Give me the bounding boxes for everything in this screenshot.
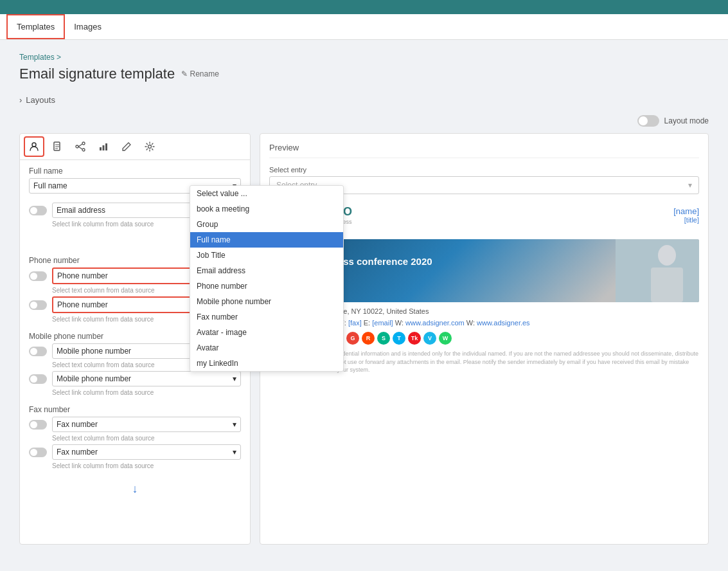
dropdown-item-full-name[interactable]: Full name (190, 232, 343, 248)
dropdown-item-email[interactable]: Email address (190, 263, 343, 278)
svg-point-13 (148, 145, 152, 149)
dropdown-item-linkedin[interactable]: my LinkedIn (190, 356, 343, 371)
banner-image (616, 239, 699, 302)
breadcrumb[interactable]: Templates > (19, 53, 709, 62)
website-link2[interactable]: www.adsigner.es (477, 319, 530, 327)
mobile-toggle2[interactable] (29, 374, 47, 384)
full-name-label: Full name (29, 167, 241, 176)
fax-section: Fax number Fax number ▾ Select text colu… (29, 405, 241, 469)
svg-point-7 (76, 145, 78, 148)
social-reddit-icon[interactable]: R (362, 332, 375, 345)
svg-rect-11 (103, 145, 105, 150)
select-entry-chevron: ▾ (688, 181, 692, 190)
svg-line-9 (78, 147, 82, 149)
dropdown-item-avatar-image[interactable]: Avatar - image (190, 325, 343, 340)
dropdown-item-phone[interactable]: Phone number (190, 278, 343, 294)
social-tiktok-icon[interactable]: Tk (408, 332, 421, 345)
name-placeholder: [name] (673, 206, 699, 216)
rename-link[interactable]: ✎ Rename (181, 69, 219, 78)
phone-toggle1[interactable] (29, 271, 47, 281)
social-google-icon[interactable]: G (346, 332, 359, 345)
dropdown-item-group[interactable]: Group (190, 217, 343, 232)
toolbar-file-btn[interactable] (47, 136, 67, 157)
main-content: Templates > Email signature template ✎ R… (0, 40, 728, 557)
svg-point-18 (658, 245, 676, 266)
dropdown-overlay: Select value ... book a meeting Group Fu… (190, 185, 344, 372)
email-toggle[interactable] (29, 206, 47, 215)
columns: Full name Full name ▾ Email address (19, 133, 709, 545)
fax-link: [fax] (348, 319, 362, 327)
fax-toggle2[interactable] (29, 448, 47, 457)
toolbar-share-btn[interactable] (70, 136, 91, 157)
toolbar (20, 134, 250, 160)
svg-point-0 (32, 143, 36, 147)
fax-toggle1[interactable] (29, 420, 47, 430)
fax-hint1: Select text column from data source (29, 435, 241, 442)
layouts-label: Layouts (26, 95, 55, 105)
dropdown-item-select-value[interactable]: Select value ... (190, 186, 343, 201)
tab-templates[interactable]: Templates (6, 14, 65, 39)
layout-mode-row: Layout mode (19, 115, 709, 127)
svg-point-6 (82, 149, 85, 151)
toolbar-gear-btn[interactable] (139, 136, 160, 157)
mobile-select2[interactable]: Mobile phone number ▾ (52, 371, 241, 386)
website-link1[interactable]: www.adsigner.com (405, 319, 465, 327)
fax-select1[interactable]: Fax number ▾ (52, 417, 241, 432)
title-placeholder: [title] (673, 216, 699, 224)
toolbar-pen-btn[interactable] (116, 136, 137, 157)
mobile-row2: Mobile phone number ▾ (29, 371, 241, 386)
tab-bar: Templates Images (0, 14, 728, 40)
fax-row2: Fax number ▾ (29, 444, 241, 460)
fax-label: Fax number (29, 405, 241, 414)
dropdown-item-mobile[interactable]: Mobile phone number (190, 294, 343, 309)
svg-rect-10 (100, 147, 102, 150)
social-telegram-icon[interactable]: T (393, 332, 405, 345)
svg-point-5 (82, 142, 85, 145)
svg-rect-12 (105, 143, 107, 150)
dropdown-item-avatar[interactable]: Avatar (190, 340, 343, 356)
page-title: Email signature template (19, 66, 175, 82)
mobile-toggle1[interactable] (29, 347, 47, 356)
fax-hint2: Select link column from data source (29, 462, 241, 469)
svg-line-8 (78, 144, 82, 147)
name-area: [name] [title] (673, 206, 699, 224)
phone-toggle2[interactable] (29, 300, 47, 310)
tab-images[interactable]: Images (65, 14, 111, 39)
fax-row1: Fax number ▾ (29, 417, 241, 432)
chevron-right-icon: › (19, 95, 22, 105)
layout-mode-toggle[interactable] (637, 115, 659, 127)
left-panel: Full name Full name ▾ Email address (19, 133, 251, 545)
select-entry-label: Select entry (269, 166, 699, 174)
scroll-arrow-down: ↓ (29, 478, 241, 500)
layouts-row[interactable]: › Layouts (19, 95, 709, 105)
layout-mode-label: Layout mode (664, 116, 709, 125)
svg-rect-19 (651, 267, 683, 302)
dropdown-item-job-title[interactable]: Job Title (190, 248, 343, 263)
toolbar-person-btn[interactable] (24, 136, 44, 157)
social-whatsapp-icon[interactable]: W (439, 332, 452, 345)
page-title-row: Email signature template ✎ Rename (19, 66, 709, 82)
social-vimeo-icon[interactable]: V (423, 332, 436, 345)
mobile-hint2: Select link column from data source (29, 389, 241, 396)
dropdown-item-fax[interactable]: Fax number (190, 309, 343, 325)
email-link: [email] (372, 319, 393, 327)
fax-select2[interactable]: Fax number ▾ (52, 444, 241, 460)
top-bar (0, 0, 728, 14)
preview-header: Preview (269, 143, 699, 158)
social-skype-icon[interactable]: S (377, 332, 390, 345)
toolbar-chart-btn[interactable] (93, 136, 114, 157)
dropdown-item-book-meeting[interactable]: book a meeting (190, 201, 343, 217)
